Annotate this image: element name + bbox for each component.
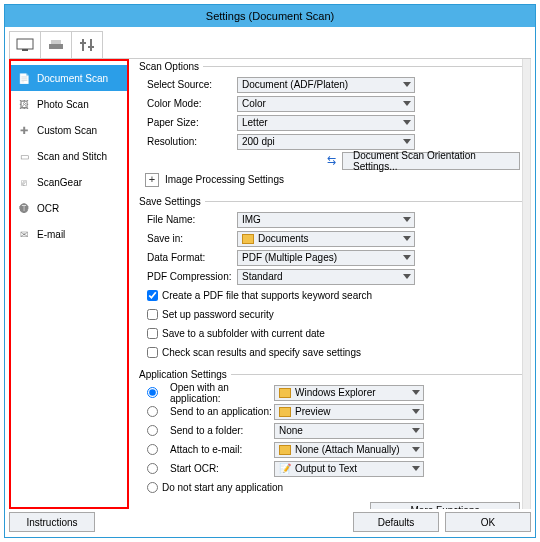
folder-icon xyxy=(279,388,291,398)
svg-rect-4 xyxy=(82,39,84,51)
orientation-settings-button[interactable]: Document Scan Orientation Settings... xyxy=(342,152,520,170)
start-ocr-label: Start OCR: xyxy=(162,463,274,474)
sidebar-item-label: Document Scan xyxy=(37,73,108,84)
resolution-label: Resolution: xyxy=(139,136,237,147)
open-with-label: Open with an application: xyxy=(162,382,274,404)
sidebar-item-label: Custom Scan xyxy=(37,125,97,136)
folder-icon xyxy=(279,407,291,417)
expand-image-processing[interactable]: + xyxy=(145,173,159,187)
scangear-icon: ⎚ xyxy=(17,175,31,189)
password-label: Set up password security xyxy=(162,309,274,320)
subfolder-checkbox[interactable] xyxy=(147,328,158,339)
svg-rect-2 xyxy=(49,44,63,49)
attach-email-dropdown[interactable]: None (Attach Manually) xyxy=(274,442,424,458)
data-format-label: Data Format: xyxy=(139,252,237,263)
sidebar-item-email[interactable]: ✉E-mail xyxy=(11,221,127,247)
document-icon: 📄 xyxy=(17,71,31,85)
data-format-dropdown[interactable]: PDF (Multiple Pages) xyxy=(237,250,415,266)
scan-options-group: Scan Options Select Source:Document (ADF… xyxy=(139,61,524,192)
tab-general[interactable] xyxy=(71,31,103,58)
pdf-compression-dropdown[interactable]: Standard xyxy=(237,269,415,285)
sidebar-item-label: Photo Scan xyxy=(37,99,89,110)
resolution-dropdown[interactable]: 200 dpi xyxy=(237,134,415,150)
file-name-dropdown[interactable]: IMG xyxy=(237,212,415,228)
image-processing-label: Image Processing Settings xyxy=(165,174,284,185)
more-functions-button[interactable]: More Functions xyxy=(370,502,520,510)
instructions-button[interactable]: Instructions xyxy=(9,512,95,532)
svg-rect-1 xyxy=(22,49,28,51)
main-panel: Scan Options Select Source:Document (ADF… xyxy=(129,59,531,509)
start-ocr-dropdown[interactable]: 📝Output to Text xyxy=(274,461,424,477)
sidebar-item-scan-stitch[interactable]: ▭Scan and Stitch xyxy=(11,143,127,169)
application-settings-legend: Application Settings xyxy=(139,369,231,380)
sidebar-item-label: E-mail xyxy=(37,229,65,240)
folder-icon xyxy=(279,445,291,455)
sidebar-item-label: Scan and Stitch xyxy=(37,151,107,162)
color-mode-dropdown[interactable]: Color xyxy=(237,96,415,112)
ocr-icon: 🅣 xyxy=(17,201,31,215)
defaults-button[interactable]: Defaults xyxy=(353,512,439,532)
application-settings-group: Application Settings Open with an applic… xyxy=(139,369,524,509)
title-bar: Settings (Document Scan) xyxy=(5,5,535,27)
text-icon: 📝 xyxy=(279,463,291,474)
select-source-dropdown[interactable]: Document (ADF/Platen) xyxy=(237,77,415,93)
scan-options-legend: Scan Options xyxy=(139,61,203,72)
check-results-label: Check scan results and specify save sett… xyxy=(162,347,361,358)
no-app-radio[interactable] xyxy=(147,482,158,493)
attach-email-radio[interactable] xyxy=(147,444,158,455)
photo-icon: 🖼 xyxy=(17,97,31,111)
keyword-search-label: Create a PDF file that supports keyword … xyxy=(162,290,372,301)
check-results-checkbox[interactable] xyxy=(147,347,158,358)
svg-rect-7 xyxy=(88,46,94,48)
sidebar: 📄Document Scan 🖼Photo Scan ✚Custom Scan … xyxy=(9,59,129,509)
password-checkbox[interactable] xyxy=(147,309,158,320)
top-tab-bar xyxy=(9,31,531,59)
svg-rect-6 xyxy=(80,42,86,44)
stitch-icon: ▭ xyxy=(17,149,31,163)
start-ocr-radio[interactable] xyxy=(147,463,158,474)
svg-rect-3 xyxy=(51,40,61,44)
send-to-folder-label: Send to a folder: xyxy=(162,425,274,436)
subfolder-label: Save to a subfolder with current date xyxy=(162,328,325,339)
sidebar-item-scangear[interactable]: ⎚ScanGear xyxy=(11,169,127,195)
send-to-folder-radio[interactable] xyxy=(147,425,158,436)
send-to-app-label: Send to an application: xyxy=(162,406,274,417)
sidebar-item-label: OCR xyxy=(37,203,59,214)
save-settings-group: Save Settings File Name:IMG Save in:Docu… xyxy=(139,196,524,365)
tab-from-computer[interactable] xyxy=(9,31,41,58)
sidebar-item-document-scan[interactable]: 📄Document Scan xyxy=(11,65,127,91)
ok-button[interactable]: OK xyxy=(445,512,531,532)
folder-icon xyxy=(242,234,254,244)
no-app-label: Do not start any application xyxy=(162,482,283,493)
sidebar-item-ocr[interactable]: 🅣OCR xyxy=(11,195,127,221)
sidebar-item-photo-scan[interactable]: 🖼Photo Scan xyxy=(11,91,127,117)
scrollbar[interactable] xyxy=(522,59,530,509)
sidebar-item-label: ScanGear xyxy=(37,177,82,188)
svg-rect-0 xyxy=(17,39,33,49)
save-in-label: Save in: xyxy=(139,233,237,244)
color-mode-label: Color Mode: xyxy=(139,98,237,109)
file-name-label: File Name: xyxy=(139,214,237,225)
send-to-app-radio[interactable] xyxy=(147,406,158,417)
email-icon: ✉ xyxy=(17,227,31,241)
paper-size-label: Paper Size: xyxy=(139,117,237,128)
attach-email-label: Attach to e-mail: xyxy=(162,444,274,455)
send-to-app-dropdown[interactable]: Preview xyxy=(274,404,424,420)
save-in-dropdown[interactable]: Documents xyxy=(237,231,415,247)
save-settings-legend: Save Settings xyxy=(139,196,205,207)
tab-from-scanner[interactable] xyxy=(40,31,72,58)
custom-icon: ✚ xyxy=(17,123,31,137)
open-with-radio[interactable] xyxy=(147,387,158,398)
paper-size-dropdown[interactable]: Letter xyxy=(237,115,415,131)
swap-icon[interactable]: ⇆ xyxy=(327,154,336,167)
footer: Instructions Defaults OK xyxy=(9,511,531,533)
svg-rect-5 xyxy=(90,39,92,51)
sidebar-item-custom-scan[interactable]: ✚Custom Scan xyxy=(11,117,127,143)
open-with-dropdown[interactable]: Windows Explorer xyxy=(274,385,424,401)
send-to-folder-dropdown[interactable]: None xyxy=(274,423,424,439)
select-source-label: Select Source: xyxy=(139,79,237,90)
keyword-search-checkbox[interactable] xyxy=(147,290,158,301)
pdf-compression-label: PDF Compression: xyxy=(139,271,237,282)
